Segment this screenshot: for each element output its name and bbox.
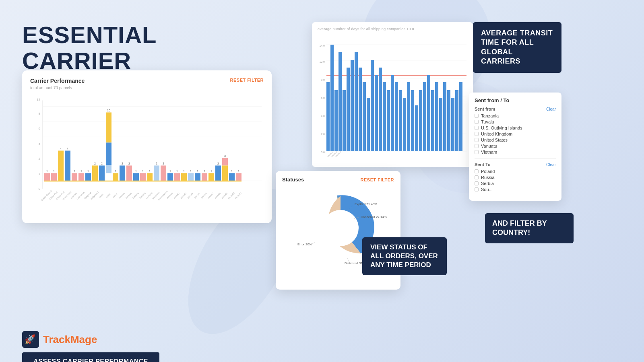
carrier-performance-card: Carrier Performance RESET FILTER total a… — [22, 70, 272, 223]
checkbox-sou[interactable] — [475, 187, 479, 191]
svg-rect-127 — [355, 52, 358, 151]
svg-text:parcel9: parcel9 — [221, 192, 228, 199]
svg-rect-58 — [140, 173, 146, 181]
svg-rect-120 — [326, 82, 330, 151]
svg-rect-55 — [133, 173, 139, 181]
svg-text:dpdgroup2: dpdgroup2 — [90, 191, 99, 200]
filter-label-uk: United Kingdom — [481, 132, 512, 136]
svg-text:parcel11: parcel11 — [234, 192, 242, 200]
assess-carrier-btn[interactable]: ASSESS CARRIER PERFORMANCE — [22, 352, 159, 362]
svg-rect-140 — [407, 82, 410, 151]
filter-item-us[interactable]: United States — [475, 138, 556, 142]
svg-rect-41 — [106, 113, 111, 143]
filter-item-tanzania[interactable]: Tanzania — [475, 113, 556, 118]
checkbox-russia[interactable] — [475, 175, 479, 179]
filter-item-uk[interactable]: United Kingdom — [475, 132, 556, 136]
svg-text:14.0: 14.0 — [319, 44, 325, 47]
svg-text:1: 1 — [74, 170, 75, 173]
checkbox-poland[interactable] — [475, 169, 479, 173]
checkbox-us[interactable] — [475, 138, 479, 142]
filter-item-us-outlying[interactable]: U.S. Outlying Islands — [475, 125, 556, 130]
svg-rect-126 — [351, 60, 354, 151]
svg-rect-67 — [161, 166, 166, 181]
svg-text:global: global — [112, 193, 118, 199]
transit-subtitle: average number of days for all shipping … — [318, 27, 467, 31]
status-reset-filter[interactable]: RESET FILTER — [361, 177, 394, 182]
svg-text:3: 3 — [224, 154, 226, 157]
svg-text:1: 1 — [238, 170, 239, 173]
filter-label-tuvalu: Tuvalu — [481, 119, 494, 124]
svg-text:2: 2 — [122, 162, 123, 165]
view-status-label: VIEW STATUS OF ALL ORDERS, OVER ANY TIME… — [362, 237, 447, 275]
svg-text:4: 4 — [67, 147, 68, 150]
svg-text:Error 20%: Error 20% — [297, 243, 312, 246]
svg-text:2: 2 — [163, 162, 164, 165]
svg-rect-35 — [92, 166, 98, 181]
logo-area: 🚀 TrackMage — [22, 331, 97, 348]
sent-from-group: Sent from Clear Tanzania Tuvalu U.S. Out… — [475, 107, 556, 154]
checkbox-us-outlying[interactable] — [475, 126, 479, 130]
filter-item-sou[interactable]: Sou... — [475, 187, 556, 192]
sent-from-clear[interactable]: Clear — [546, 107, 556, 111]
filter-item-tuvalu[interactable]: Tuvalu — [475, 119, 556, 124]
svg-rect-73 — [174, 173, 180, 181]
filter-label-serbia: Serbia — [481, 181, 494, 186]
checkbox-serbia[interactable] — [475, 181, 479, 185]
transit-chart-svg: 0.0 2.0 4.0 6.0 8.0 12.0 14.0 — [318, 33, 467, 161]
checkbox-vietnam[interactable] — [475, 150, 479, 154]
sent-to-label: Sent To — [475, 162, 491, 167]
filter-label-vietnam: Vietnam — [481, 150, 497, 154]
svg-rect-94 — [222, 158, 228, 166]
svg-text:6: 6 — [39, 127, 41, 130]
svg-rect-137 — [395, 82, 398, 151]
sent-to-clear[interactable]: Clear — [546, 162, 556, 167]
svg-rect-122 — [334, 90, 338, 151]
svg-rect-145 — [427, 75, 430, 151]
svg-text:hermes: hermes — [118, 192, 125, 199]
filter-item-serbia[interactable]: Serbia — [475, 181, 556, 186]
svg-rect-85 — [202, 173, 207, 181]
svg-text:1: 1 — [190, 170, 192, 173]
checkbox-tuvalu[interactable] — [475, 120, 479, 124]
filter-item-poland[interactable]: Poland — [475, 169, 556, 174]
svg-text:1: 1 — [149, 170, 151, 173]
carrier-card-subtitle: total amount:70 parcels — [30, 86, 264, 90]
svg-rect-142 — [415, 105, 418, 151]
filter-label-tanzania: Tanzania — [481, 113, 499, 118]
filter-item-vietnam[interactable]: Vietnam — [475, 150, 556, 154]
svg-rect-143 — [419, 90, 422, 151]
svg-rect-149 — [443, 82, 446, 151]
svg-rect-121 — [330, 45, 334, 151]
svg-rect-151 — [451, 98, 454, 151]
svg-text:4.0: 4.0 — [321, 115, 325, 117]
svg-rect-95 — [222, 166, 228, 181]
svg-text:0.0: 0.0 — [321, 151, 325, 154]
svg-rect-123 — [339, 52, 342, 151]
filter-label-vanuatu: Vanuatu — [481, 144, 497, 148]
status-card-title: Statuses — [282, 177, 304, 183]
filter-item-russia[interactable]: Russia — [475, 175, 556, 180]
svg-text:2: 2 — [101, 162, 103, 165]
svg-rect-52 — [126, 166, 132, 181]
svg-text:parcel2: parcel2 — [173, 192, 180, 199]
svg-text:1: 1 — [211, 170, 212, 173]
svg-text:parcel6: parcel6 — [200, 192, 207, 199]
transit-time-card: average number of days for all shipping … — [312, 22, 473, 167]
svg-text:2: 2 — [217, 162, 219, 165]
checkbox-uk[interactable] — [475, 132, 479, 136]
filter-item-vanuatu[interactable]: Vanuatu — [475, 144, 556, 148]
svg-rect-133 — [379, 68, 382, 151]
svg-rect-64 — [154, 166, 159, 181]
svg-rect-91 — [215, 166, 221, 181]
checkbox-vanuatu[interactable] — [475, 144, 479, 148]
svg-rect-125 — [347, 68, 350, 151]
filter-label-sou: Sou... — [481, 187, 493, 192]
svg-rect-101 — [236, 173, 242, 181]
filter-label-poland: Poland — [481, 169, 495, 174]
checkbox-tanzania[interactable] — [475, 114, 479, 118]
svg-rect-134 — [383, 82, 386, 151]
filter-label-russia: Russia — [481, 175, 495, 180]
svg-rect-150 — [447, 90, 450, 151]
svg-rect-38 — [99, 166, 105, 181]
carrier-reset-filter[interactable]: RESET FILTER — [230, 78, 264, 82]
